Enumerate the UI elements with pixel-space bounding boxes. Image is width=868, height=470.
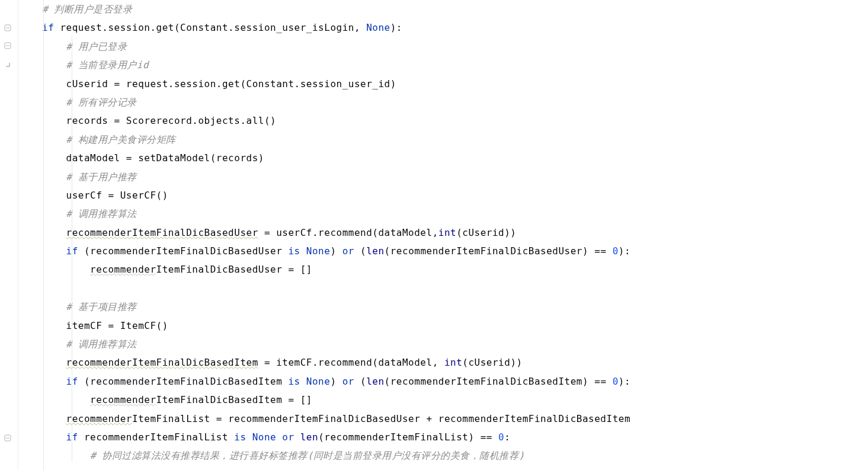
code-line[interactable]: recommenderItemFinalDicBasedUser = userC… — [42, 223, 868, 242]
code-line[interactable]: # 构建用户美食评分矩阵 — [42, 130, 868, 149]
fold-icon[interactable] — [2, 23, 13, 33]
code-line[interactable]: if recommenderItemFinalList is None or l… — [42, 428, 868, 446]
code-line[interactable]: itemCF = ItemCF() — [42, 316, 868, 335]
code-area[interactable]: # 判断用户是否登录 if request.session.get(Consta… — [18, 0, 868, 470]
code-line[interactable]: # 基于项目推荐 — [42, 298, 868, 316]
code-line[interactable] — [42, 279, 868, 298]
code-line[interactable]: userCf = UserCF() — [42, 186, 868, 204]
fold-icon[interactable] — [2, 59, 13, 70]
code-line[interactable]: recommenderItemFinalList = recommenderIt… — [42, 410, 868, 428]
code-line[interactable]: recommenderItemFinalDicBasedUser = [] — [42, 260, 868, 279]
code-line[interactable]: recommenderItemFinalDicBasedItem = [] — [42, 391, 868, 409]
code-line[interactable]: if (recommenderItemFinalDicBasedItem is … — [42, 372, 868, 391]
code-line[interactable]: records = Scorerecord.objects.all() — [42, 111, 868, 130]
gutter — [0, 0, 18, 470]
code-line[interactable]: # 判断用户是否登录 — [42, 0, 868, 18]
code-line[interactable]: cUserid = request.session.get(Constant.s… — [42, 75, 868, 93]
code-line[interactable]: if request.session.get(Constant.session_… — [42, 18, 868, 37]
fold-icon[interactable] — [2, 433, 13, 443]
code-line[interactable]: recommenderItemFinalDicBasedItem = itemC… — [42, 353, 868, 372]
code-line[interactable]: if (recommenderItemFinalDicBasedUser is … — [42, 242, 868, 260]
code-line[interactable]: dataModel = setDataModel(records) — [42, 149, 868, 167]
code-editor[interactable]: # 判断用户是否登录 if request.session.get(Consta… — [0, 0, 868, 470]
code-line[interactable]: # 用户已登录 — [42, 37, 868, 56]
code-line[interactable]: # 当前登录用户id — [42, 56, 868, 74]
code-line[interactable]: # 调用推荐算法 — [42, 335, 868, 353]
code-line[interactable]: # 协同过滤算法没有推荐结果，进行喜好标签推荐(同时是当前登录用户没有评分的美食… — [42, 446, 868, 465]
code-line[interactable]: # 调用推荐算法 — [42, 204, 868, 223]
code-line[interactable]: # 所有评分记录 — [42, 93, 868, 111]
fold-icon[interactable] — [2, 40, 13, 51]
code-line[interactable]: # 基于用户推荐 — [42, 168, 868, 186]
